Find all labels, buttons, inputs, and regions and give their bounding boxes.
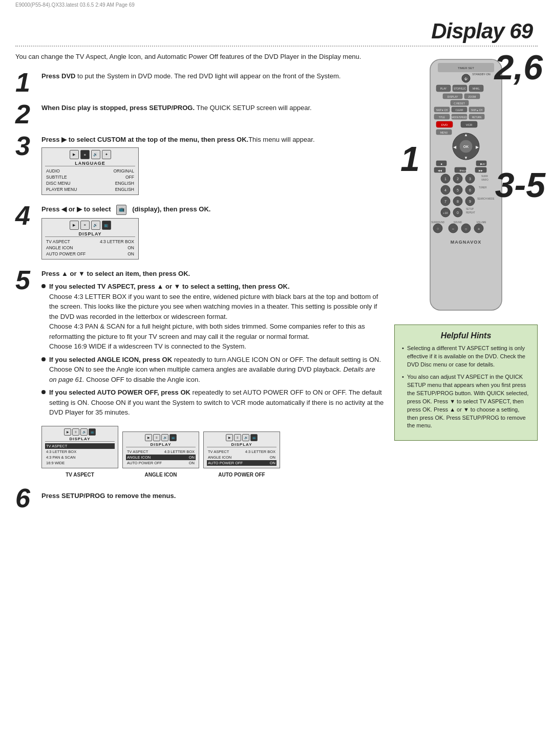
ss-icon-1: ▶: [64, 428, 71, 436]
menu-box-tvaspect: ▶ ≡ 🔊 📺 DISPLAY TV ASPECT 4:3 LETTER BOX…: [41, 426, 118, 468]
bullet-tv-aspect-text: If you selected TV ASPECT, press ▲ or ▼ …: [49, 282, 384, 352]
svg-text:MAGNAVOX: MAGNAVOX: [451, 240, 481, 245]
ss-angleicon-row-3: AUTO POWER OFFON: [126, 460, 196, 466]
svg-text:4: 4: [444, 188, 446, 192]
svg-text:SETUP: SETUP: [466, 208, 474, 210]
svg-text:CLEAR: CLEAR: [455, 109, 463, 112]
big-number-26: 2,6: [494, 52, 543, 83]
step-5-header-text: Press ▲ or ▼ to select an item, then pre…: [41, 269, 384, 279]
svg-text:7: 7: [444, 200, 446, 203]
svg-text:C.RESET: C.RESET: [454, 102, 465, 105]
big-number-1: 1: [400, 139, 420, 179]
svg-text:+10: +10: [443, 211, 448, 214]
menu-language-row-3: DISC MENUENGLISH: [45, 180, 135, 186]
svg-text:SKIP▲·CH: SKIP▲·CH: [471, 109, 482, 112]
helpful-hints-title: Helpful Hints: [402, 331, 530, 340]
ss-icon-4: 📺: [89, 428, 96, 436]
menu-icons-row-2: ▶ ≡ 🔊 📺: [45, 221, 135, 230]
step-4-number: 4: [15, 202, 38, 229]
press-text: Press: [446, 415, 460, 421]
ss-icon-3: 🔊: [80, 428, 88, 436]
step-3-content: Press ▶ to select CUSTOM at the top of t…: [41, 133, 384, 198]
menu-display-title: DISPLAY: [45, 231, 135, 237]
right-column: 2,6 1 3-5 TIMER SET ⏻ STANDBY·ON PLAY: [394, 52, 538, 511]
menu-language-row-2: SUBTITLEOFF: [45, 174, 135, 180]
menu-display-row-2: ANGLE ICONON: [45, 245, 135, 251]
menu-icon-3: 🔊: [91, 150, 100, 159]
ss-tvaspect-row-4: 16:9 WIDE: [45, 460, 115, 466]
ss-angleicon-title: DISPLAY: [126, 442, 196, 447]
svg-text:STANDBY·ON: STANDBY·ON: [472, 73, 490, 76]
menu-language-title: LANGUAGE: [45, 161, 135, 166]
svg-text:0: 0: [457, 211, 459, 214]
step-2-content: When Disc play is stopped, press SETUP/P…: [41, 101, 384, 113]
helpful-hints-list: Selecting a different TV ASPECT setting …: [402, 344, 530, 430]
screenshot-auto-power-off: ▶ ≡ 🔊 📺 DISPLAY TV ASPECT4:3 LETTER BOX …: [203, 428, 280, 478]
ss3-icon-3: 🔊: [242, 434, 249, 441]
display-icon: 📺: [116, 205, 126, 215]
ss-tvaspect-label: TV ASPECT: [66, 472, 94, 478]
step-4: 4 Press ◀ or ▶ to select 📺 (display), th…: [15, 202, 384, 262]
svg-text:−: −: [452, 227, 455, 231]
svg-text:SKIP▼·CH: SKIP▼·CH: [436, 109, 448, 112]
ss3-icon-1: ▶: [226, 434, 233, 441]
svg-text:STOP/EJC: STOP/EJC: [454, 87, 466, 90]
svg-text:◀: ◀: [453, 145, 457, 149]
steps-container: 1 Press DVD to put the System in DVD mod…: [15, 69, 384, 511]
ss-tvaspect-row-2: 4:3 LETTER BOX: [45, 449, 115, 455]
menu-display-row-1: TV ASPECT4:3 LETTER BOX: [45, 239, 135, 245]
svg-text:SEARCH MODE: SEARCH MODE: [477, 198, 495, 200]
svg-text:SURROUND: SURROUND: [431, 221, 445, 224]
bullet-dot-2: [41, 357, 46, 361]
bullet-auto-power: If you selected AUTO POWER OFF, press OK…: [41, 387, 384, 418]
step-2-text: When Disc play is stopped, press SETUP/P…: [41, 103, 384, 113]
svg-text:REPEAT: REPEAT: [466, 211, 475, 214]
step-5-header-row: 5 Press ▲ or ▼ to select an item, then p…: [15, 267, 384, 480]
svg-text:MHKL: MHKL: [473, 87, 480, 90]
ss3-icon-2: ≡: [234, 434, 241, 441]
ss-icon-2: ≡: [72, 428, 79, 436]
ss3-icon-4: 📺: [250, 434, 258, 441]
bottom-screenshots: ▶ ≡ 🔊 📺 DISPLAY TV ASPECT 4:3 LETTER BOX…: [41, 423, 384, 478]
svg-text:▶: ▶: [476, 145, 479, 149]
page-header: Display 69: [0, 10, 553, 46]
svg-text:ZOOM: ZOOM: [469, 95, 476, 98]
svg-text:VCR: VCR: [466, 123, 473, 126]
ss-tvaspect-row-1: TV ASPECT: [45, 443, 115, 449]
menu-box-autopoweroff: ▶ ≡ 🔊 📺 DISPLAY TV ASPECT4:3 LETTER BOX …: [203, 431, 280, 468]
svg-text:DVD: DVD: [441, 123, 448, 126]
svg-text:5: 5: [457, 188, 459, 192]
step-6: 6 Press SETUP/PROG to remove the menus.: [15, 485, 384, 511]
svg-text:SOUND: SOUND: [454, 221, 462, 224]
svg-text:1: 1: [444, 177, 446, 181]
screenshot-tv-aspect: ▶ ≡ 🔊 📺 DISPLAY TV ASPECT 4:3 LETTER BOX…: [41, 423, 118, 478]
file-header: E9000(P55-84).QX33.latest 03.6.5 2:49 AM…: [0, 0, 553, 10]
svg-text:SURR: SURR: [481, 175, 488, 178]
menu-display-row-3: AUTO POWER OFFON: [45, 251, 135, 257]
svg-text:9: 9: [469, 200, 471, 203]
svg-text:○: ○: [437, 227, 439, 230]
screenshot-angle-icon: ▶ ≡ 🔊 📺 DISPLAY TV ASPECT4:3 LETTER BOX …: [122, 428, 199, 478]
svg-text:OK: OK: [463, 145, 469, 148]
big-number-35: 3-5: [495, 169, 545, 201]
menu-icon-d3: 🔊: [91, 221, 100, 230]
ss2-icon-3: 🔊: [161, 434, 168, 441]
svg-text:○: ○: [465, 227, 467, 231]
svg-text:3: 3: [469, 177, 471, 181]
hint-item-2: You also can adjust TV ASPECT in the QUI…: [402, 373, 530, 430]
step-5-bullets: If you selected TV ASPECT, press ▲ or ▼ …: [41, 282, 384, 418]
page-title: Display 69: [431, 19, 533, 44]
svg-text:▲: ▲: [464, 133, 468, 137]
step-2: 2 When Disc play is stopped, press SETUP…: [15, 101, 384, 127]
menu-icon-d2: ≡: [80, 221, 90, 230]
ss-autopoweroff-title: DISPLAY: [207, 442, 276, 447]
step-1-content: Press DVD to put the System in DVD mode.…: [41, 69, 384, 81]
ss-tvaspect-title: DISPLAY: [45, 437, 115, 442]
menu-icon-2: ≡: [80, 150, 90, 159]
step-5: 5 Press ▲ or ▼ to select an item, then p…: [15, 267, 384, 480]
svg-text:TIMER SET: TIMER SET: [458, 67, 474, 70]
svg-text:TITLE: TITLE: [439, 116, 445, 119]
svg-text:PAUSE: PAUSE: [461, 169, 468, 172]
step-1-number: 1: [15, 69, 38, 96]
hint-item-1: Selecting a different TV ASPECT setting …: [402, 344, 530, 369]
